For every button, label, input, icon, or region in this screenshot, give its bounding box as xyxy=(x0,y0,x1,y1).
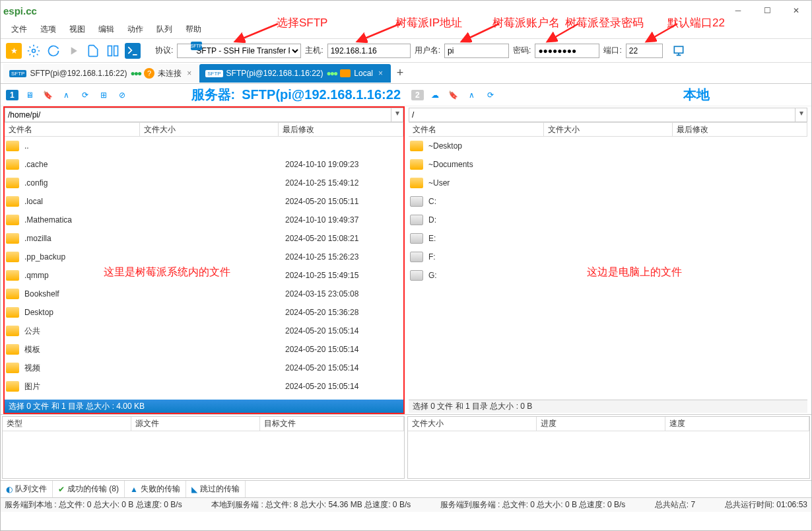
folder-icon xyxy=(6,381,19,392)
cloud-icon[interactable]: ☁ xyxy=(428,88,442,102)
file-mod: 2024-10-25 15:49:15 xyxy=(285,271,358,280)
qcol-src[interactable]: 源文件 xyxy=(131,417,260,431)
table-row[interactable]: ~Desktop xyxy=(409,137,807,155)
table-row[interactable]: 公共2024-05-20 15:05:14 xyxy=(5,322,403,340)
network-icon[interactable]: ⊞ xyxy=(96,88,111,102)
table-row[interactable]: .mozilla2024-05-20 15:08:21 xyxy=(5,229,403,248)
menu-options[interactable]: 选项 xyxy=(34,22,63,37)
col-size[interactable]: 文件大小 xyxy=(140,123,279,136)
new-tab-button[interactable]: + xyxy=(391,66,409,80)
bookmark-right-icon[interactable]: 🔖 xyxy=(446,88,461,102)
compare-icon[interactable] xyxy=(105,43,121,59)
up-right-icon[interactable]: ∧ xyxy=(465,88,479,102)
table-row[interactable]: D: xyxy=(409,211,807,229)
monitor-icon[interactable]: 🖥 xyxy=(22,88,37,102)
table-row[interactable]: 视频2024-05-20 15:05:14 xyxy=(5,359,403,377)
tab-1-close[interactable]: × xyxy=(185,69,193,78)
local-path-bar: ▾ xyxy=(409,108,807,122)
table-row[interactable]: .cache2024-10-10 19:09:23 xyxy=(5,155,403,174)
settings-icon[interactable] xyxy=(26,43,42,59)
protocol-label: 协议: xyxy=(155,45,173,56)
table-row[interactable]: .Mathematica2024-10-10 19:49:37 xyxy=(5,211,403,229)
favorites-icon[interactable]: ★ xyxy=(6,43,22,59)
qcol-progress[interactable]: 进度 xyxy=(537,417,665,431)
menu-actions[interactable]: 动作 xyxy=(121,22,150,37)
folder-icon xyxy=(6,326,19,336)
close-button[interactable]: ✕ xyxy=(782,1,811,20)
col-name[interactable]: 文件名 xyxy=(409,123,544,136)
connection-toolbar: ★ 协议: SFTP SFTP - SSH File Transfer Prot… xyxy=(1,39,811,63)
col-name[interactable]: 文件名 xyxy=(5,123,140,136)
session-tabs: SFTP SFTP(pi@192.168.1.16:22) ●●● ? 未连接 … xyxy=(1,63,811,84)
local-path-input[interactable] xyxy=(409,108,795,122)
menu-edit[interactable]: 编辑 xyxy=(92,22,121,37)
qcol-dst[interactable]: 目标文件 xyxy=(260,417,404,431)
folder-icon xyxy=(6,196,19,207)
sftp-chip-icon: SFTP xyxy=(191,42,202,50)
table-row[interactable]: ~User xyxy=(409,174,807,192)
refresh-right-icon[interactable]: ⟳ xyxy=(483,88,498,102)
file-name: Bookshelf xyxy=(24,289,285,299)
svg-line-0 xyxy=(235,24,278,42)
table-row[interactable]: .. xyxy=(5,137,403,155)
table-row[interactable]: Desktop2024-05-20 15:36:28 xyxy=(5,303,403,322)
maximize-button[interactable]: ☐ xyxy=(753,1,782,20)
remote-path-input[interactable] xyxy=(5,108,391,122)
menu-queue[interactable]: 队列 xyxy=(150,22,179,37)
svg-rect-8 xyxy=(674,46,683,53)
table-row[interactable]: ~Documents xyxy=(409,155,807,174)
table-row[interactable]: E: xyxy=(409,229,807,248)
server-value: SFTP(pi@192.168.1.16:22 xyxy=(242,87,401,102)
table-row[interactable]: F: xyxy=(409,248,807,266)
table-row[interactable]: Bookshelf2024-03-15 23:05:08 xyxy=(5,285,403,303)
local-pane: ▾ 文件名 文件大小 最后修改 这边是电脑上的文件 ~Desktop~Docum… xyxy=(407,106,809,414)
bottab-success[interactable]: ✔成功的传输 (8) xyxy=(53,481,125,497)
refresh-left-icon[interactable]: ⟳ xyxy=(78,88,92,102)
table-row[interactable]: .pp_backup2024-10-25 15:26:23 xyxy=(5,248,403,266)
local-file-list[interactable]: 这边是电脑上的文件 ~Desktop~Documents~UserC:D:E:F… xyxy=(409,137,807,400)
menu-help[interactable]: 帮助 xyxy=(179,22,208,37)
table-row[interactable]: 图片2024-05-20 15:05:14 xyxy=(5,377,403,396)
file-mod: 2024-05-20 15:05:14 xyxy=(285,345,358,354)
tab-2-close[interactable]: × xyxy=(376,69,385,78)
svg-line-1 xyxy=(357,24,400,42)
bookmark-icon[interactable]: 🔖 xyxy=(41,88,55,102)
qcol-type[interactable]: 类型 xyxy=(3,417,131,431)
path-dropdown-icon[interactable]: ▾ xyxy=(795,108,807,122)
qcol-speed[interactable]: 速度 xyxy=(665,417,809,431)
bottab-failed[interactable]: ▲失败的传输 xyxy=(125,481,186,497)
folder-icon xyxy=(6,178,19,188)
col-size[interactable]: 文件大小 xyxy=(544,123,673,136)
col-mod[interactable]: 最后修改 xyxy=(673,123,807,136)
file-mod: 2024-03-15 23:05:08 xyxy=(285,289,358,299)
minimize-button[interactable]: ─ xyxy=(724,1,753,20)
refresh-icon[interactable] xyxy=(46,43,61,59)
tab-session-1[interactable]: SFTP SFTP(pi@192.168.1.16:22) ●●● ? 未连接 … xyxy=(3,64,199,83)
tab-session-2[interactable]: SFTP SFTP(pi@192.168.1.16:22) ●●● Local … xyxy=(199,64,391,83)
footer-s1: 服务端到本地 : 总文件: 0 总大小: 0 B 总速度: 0 B/s xyxy=(5,499,182,511)
drive-icon xyxy=(410,233,423,244)
col-mod[interactable]: 最后修改 xyxy=(279,123,403,136)
bottab-skipped[interactable]: ◣跳过的传输 xyxy=(186,481,246,497)
remote-file-list[interactable]: 这里是树莓派系统内的文件 ...cache2024-10-10 19:09:23… xyxy=(5,137,403,400)
table-row[interactable]: .local2024-05-20 15:05:11 xyxy=(5,192,403,211)
table-row[interactable]: 模板2024-05-20 15:05:14 xyxy=(5,340,403,359)
path-dropdown-icon[interactable]: ▾ xyxy=(391,108,403,122)
table-row[interactable]: C: xyxy=(409,192,807,211)
file-icon[interactable] xyxy=(85,43,101,59)
up-icon[interactable]: ∧ xyxy=(59,88,74,102)
table-row[interactable]: .config2024-10-25 15:49:12 xyxy=(5,174,403,192)
qcol-size[interactable]: 文件大小 xyxy=(408,417,537,431)
file-mod: 2024-10-10 19:09:23 xyxy=(285,160,358,169)
terminal-icon[interactable] xyxy=(125,43,141,59)
tab-2-status-dots: ●●● xyxy=(327,69,337,78)
file-name: .cache xyxy=(24,160,285,169)
folder-icon xyxy=(6,252,19,262)
disconnect-icon[interactable]: ⊘ xyxy=(115,88,129,102)
play-icon[interactable] xyxy=(65,43,81,59)
transfer-queue: 类型 源文件 目标文件 文件大小 进度 速度 xyxy=(1,414,811,480)
bottab-queue[interactable]: ◐队列文件 xyxy=(1,481,53,497)
menu-view[interactable]: 视图 xyxy=(63,22,92,37)
file-name: ~Desktop xyxy=(428,141,462,151)
menu-file[interactable]: 文件 xyxy=(5,22,34,37)
